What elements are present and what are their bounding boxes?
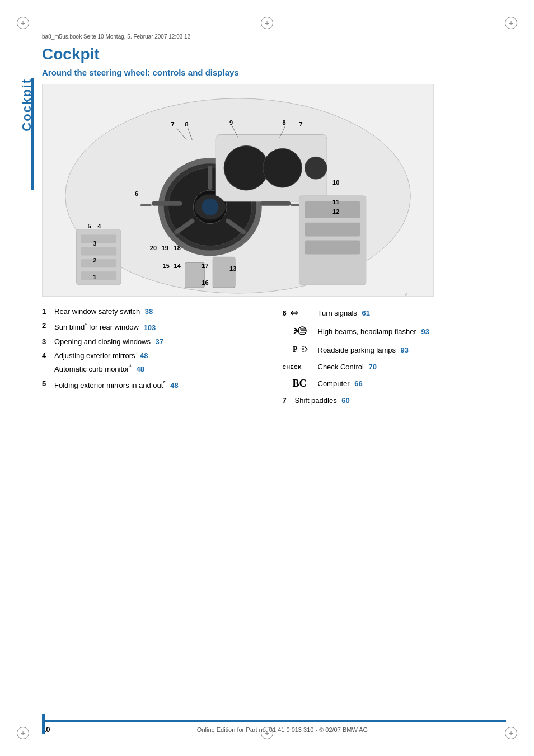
item-number-7: 7 <box>283 396 293 405</box>
svg-text:10: 10 <box>332 179 339 186</box>
item-number-6: 6 <box>283 309 287 317</box>
items-right: 6 ⇔ Turn signals 61 <box>283 307 507 405</box>
section-subtitle: Around the steering wheel: controls and … <box>42 68 506 77</box>
svg-text:2: 2 <box>93 257 96 264</box>
crosshair-bottom-left <box>17 727 29 739</box>
svg-rect-15 <box>140 204 152 206</box>
list-item-1: 1 Rear window safety switch 38 <box>42 307 266 317</box>
right-item-check: CHECK Check Control 70 <box>283 363 507 371</box>
svg-text:17: 17 <box>202 262 208 269</box>
svg-point-11 <box>224 145 269 190</box>
item-number-5: 5 <box>42 379 52 391</box>
items-left: 1 Rear window safety switch 38 2 Sun bli… <box>42 307 266 405</box>
blue-side-bar <box>31 78 34 190</box>
right-item-highbeam: High beams, headlamp flasher 93 <box>283 326 507 337</box>
item-number-3: 3 <box>42 337 52 347</box>
crosshair-top-left <box>17 17 29 29</box>
svg-text:20: 20 <box>150 245 157 251</box>
turn-signals-icon: ⇔ <box>290 307 298 319</box>
svg-text:3: 3 <box>93 240 96 247</box>
svg-text:8: 8 <box>185 121 189 128</box>
svg-text:12: 12 <box>332 208 339 215</box>
highbeam-icon-area <box>283 326 313 337</box>
svg-rect-24 <box>305 223 360 237</box>
svg-text:P: P <box>293 345 298 354</box>
cockpit-diagram: 7 8 9 8 7 6 10 11 12 20 19 18 15 14 13 1… <box>42 84 434 297</box>
crosshair-top-right <box>505 17 517 29</box>
parking-lamps-icon: P <box>293 344 308 356</box>
right-item-bc: BC Computer 66 <box>283 378 507 389</box>
svg-text:4: 4 <box>97 223 101 229</box>
svg-text:16: 16 <box>202 279 208 286</box>
main-content: ba8_m5us.book Seite 10 Montag, 5. Februa… <box>42 34 506 405</box>
item-text-3: Opening and closing windows 37 <box>54 337 266 347</box>
check-control-text: Check Control 70 <box>318 363 507 371</box>
item-link-4b[interactable]: 48 <box>137 365 144 373</box>
check-label: CHECK <box>283 364 302 370</box>
page-title: Cockpit <box>42 45 506 63</box>
svg-rect-27 <box>81 235 116 243</box>
item-link-3[interactable]: 37 <box>156 337 163 346</box>
item-link-5[interactable]: 48 <box>170 381 178 389</box>
svg-rect-16 <box>260 201 291 206</box>
turn-signals-link[interactable]: 61 <box>362 309 369 317</box>
svg-text:13: 13 <box>229 265 236 272</box>
check-link[interactable]: 70 <box>368 363 376 371</box>
svg-rect-14 <box>152 201 182 206</box>
item-text-2: Sun blind* for rear window 103 <box>54 321 266 333</box>
list-item-3: 3 Opening and closing windows 37 <box>42 337 266 347</box>
item-link-4a[interactable]: 48 <box>140 351 148 360</box>
check-icon-area: CHECK <box>283 364 313 370</box>
sub-item-4: Automatic curb monitor* 48 <box>54 363 266 375</box>
svg-text:1: 1 <box>93 274 96 280</box>
svg-text:9: 9 <box>229 119 233 126</box>
svg-text:6: 6 <box>135 190 138 197</box>
svg-point-13 <box>305 157 327 179</box>
turn-signals-text: Turn signals 61 <box>318 309 507 317</box>
svg-text:18: 18 <box>174 245 181 251</box>
computer-text: Computer 66 <box>318 379 507 388</box>
svg-point-12 <box>263 148 302 187</box>
crosshair-top-mid <box>261 17 273 29</box>
list-item-5: 5 Folding exterior mirrors in and out* 4… <box>42 379 266 391</box>
svg-text:11: 11 <box>332 199 339 205</box>
list-item-4: 4 Adjusting exterior mirrors 48 <box>42 351 266 361</box>
svg-rect-29 <box>81 259 116 267</box>
svg-rect-30 <box>81 271 116 280</box>
right-item-parking: P Roadside parking lamps 93 <box>283 344 507 356</box>
bc-link[interactable]: 66 <box>354 379 362 388</box>
right-item-turn-signals: 6 ⇔ Turn signals 61 <box>283 307 507 319</box>
item-text-5: Folding exterior mirrors in and out* 48 <box>54 379 266 391</box>
svg-point-19 <box>202 199 218 215</box>
svg-text:8: 8 <box>283 119 286 126</box>
svg-text:14: 14 <box>174 262 181 269</box>
highbeam-link[interactable]: 93 <box>421 327 429 336</box>
parking-icon-area: P <box>283 344 313 356</box>
item-link-2[interactable]: 103 <box>144 323 156 332</box>
file-info: ba8_m5us.book Seite 10 Montag, 5. Februa… <box>42 34 506 40</box>
svg-text:7: 7 <box>171 121 175 128</box>
item-link-1[interactable]: 38 <box>145 307 153 316</box>
bc-icon-area: BC <box>283 378 313 389</box>
item-link-7[interactable]: 60 <box>341 396 349 405</box>
turn-signals-icon-area: 6 ⇔ <box>283 307 313 319</box>
svg-text:5: 5 <box>87 223 91 229</box>
footer-blue-bar <box>42 714 45 734</box>
svg-text:7: 7 <box>299 121 302 128</box>
svg-text:WW5c20S4M: WW5c20S4M <box>404 293 408 296</box>
crosshair-bottom-right <box>505 727 517 739</box>
svg-rect-21 <box>213 257 235 288</box>
parking-link[interactable]: 93 <box>401 346 409 354</box>
parking-lamps-text: Roadside parking lamps 93 <box>318 346 507 354</box>
item-text-4: Adjusting exterior mirrors 48 <box>54 351 266 361</box>
highbeam-icon <box>293 326 310 337</box>
svg-text:19: 19 <box>162 245 168 251</box>
svg-rect-25 <box>305 241 360 255</box>
items-area: 1 Rear window safety switch 38 2 Sun bli… <box>42 307 506 405</box>
item-number-2: 2 <box>42 321 52 333</box>
item-text-1: Rear window safety switch 38 <box>54 307 266 317</box>
item-number-1: 1 <box>42 307 52 317</box>
footer-text: Online Edition for Part no. 01 41 0 013 … <box>59 726 506 733</box>
list-item-7: 7 Shift paddles 60 <box>283 396 507 405</box>
svg-rect-28 <box>81 247 116 255</box>
